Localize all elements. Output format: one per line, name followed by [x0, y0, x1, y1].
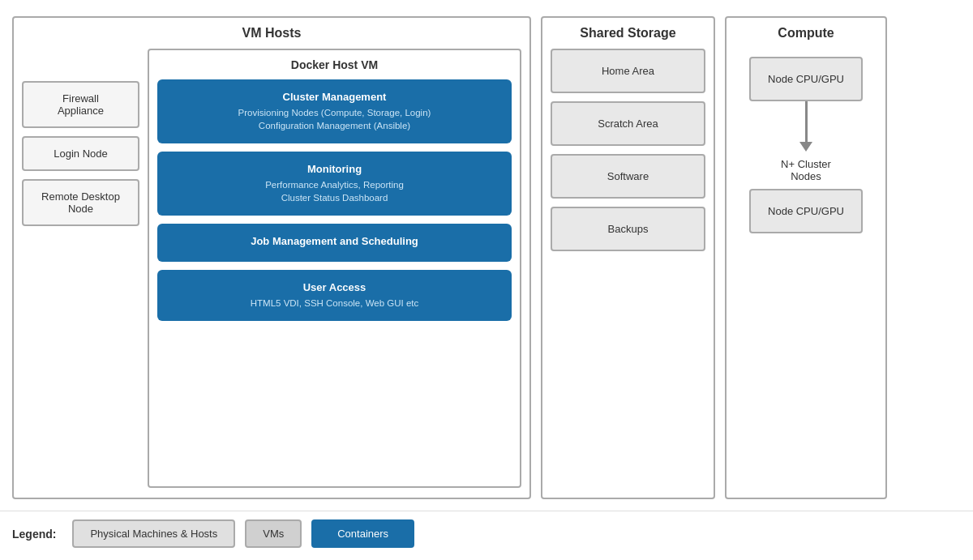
firewall-appliance-box: FirewallAppliance [22, 81, 139, 128]
cluster-management-box: Cluster Management Provisioning Nodes (C… [157, 79, 512, 143]
vm-hosts-left: FirewallAppliance Login Node Remote Desk… [22, 49, 139, 488]
compute-title: Compute [778, 26, 834, 41]
vm-hosts-inner: FirewallAppliance Login Node Remote Desk… [22, 49, 521, 488]
shared-storage-panel: Shared Storage Home Area Scratch Area So… [541, 16, 715, 499]
arrow-head [799, 142, 812, 152]
monitoring-title: Monitoring [170, 163, 499, 175]
home-area-box: Home Area [551, 49, 705, 93]
arrow-line [805, 101, 808, 142]
user-access-title: User Access [170, 281, 499, 293]
job-management-title: Job Management and Scheduling [170, 235, 499, 247]
monitoring-box: Monitoring Performance Analytics, Report… [157, 152, 512, 216]
storage-items: Home Area Scratch Area Software Backups [551, 49, 705, 251]
bottom-node-box: Node CPU/GPU [749, 189, 863, 233]
legend-physical: Physical Machines & Hosts [72, 519, 235, 548]
backups-box: Backups [551, 207, 705, 251]
monitoring-subtitle: Performance Analytics, ReportingCluster … [170, 178, 499, 204]
legend: Legend: Physical Machines & Hosts VMs Co… [0, 511, 973, 560]
top-node-box: Node CPU/GPU [749, 57, 863, 101]
cluster-management-title: Cluster Management [170, 91, 499, 103]
shared-storage-title: Shared Storage [551, 26, 705, 41]
user-access-subtitle: HTML5 VDI, SSH Console, Web GUI etc [170, 297, 499, 310]
docker-items: Cluster Management Provisioning Nodes (C… [157, 79, 512, 321]
docker-host-panel: Docker Host VM Cluster Management Provis… [148, 49, 521, 488]
arrow-container [799, 101, 812, 152]
user-access-box: User Access HTML5 VDI, SSH Console, Web … [157, 270, 512, 321]
compute-panel: Compute Node CPU/GPU N+ ClusterNodes Nod… [725, 16, 887, 499]
legend-vms: VMs [245, 519, 302, 548]
legend-label: Legend: [12, 528, 56, 541]
legend-containers: Containers [311, 519, 414, 548]
main-content: VM Hosts FirewallAppliance Login Node Re… [0, 0, 973, 507]
vm-hosts-title: VM Hosts [22, 26, 521, 41]
scratch-area-box: Scratch Area [551, 101, 705, 146]
docker-host-title: Docker Host VM [157, 58, 512, 71]
compute-items: Node CPU/GPU N+ ClusterNodes Node CPU/GP… [735, 57, 877, 233]
remote-desktop-box: Remote DesktopNode [22, 179, 139, 226]
software-box: Software [551, 154, 705, 199]
job-management-box: Job Management and Scheduling [157, 224, 512, 262]
cluster-nodes-label: N+ ClusterNodes [781, 158, 831, 182]
login-node-box: Login Node [22, 136, 139, 171]
cluster-management-subtitle: Provisioning Nodes (Compute, Storage, Lo… [170, 106, 499, 132]
vm-hosts-panel: VM Hosts FirewallAppliance Login Node Re… [12, 16, 531, 499]
